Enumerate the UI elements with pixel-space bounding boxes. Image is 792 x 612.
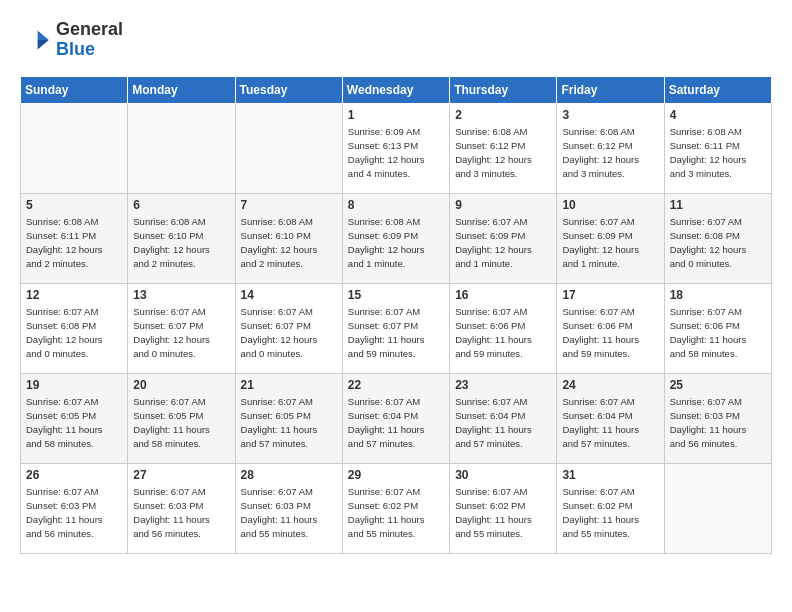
day-info: Sunrise: 6:08 AM Sunset: 6:10 PM Dayligh…: [241, 215, 337, 272]
day-number: 1: [348, 108, 444, 122]
day-number: 31: [562, 468, 658, 482]
day-info: Sunrise: 6:08 AM Sunset: 6:12 PM Dayligh…: [562, 125, 658, 182]
calendar-cell: 21Sunrise: 6:07 AM Sunset: 6:05 PM Dayli…: [235, 373, 342, 463]
day-number: 9: [455, 198, 551, 212]
day-info: Sunrise: 6:08 AM Sunset: 6:12 PM Dayligh…: [455, 125, 551, 182]
weekday-tuesday: Tuesday: [235, 76, 342, 103]
day-info: Sunrise: 6:08 AM Sunset: 6:10 PM Dayligh…: [133, 215, 229, 272]
calendar-cell: [235, 103, 342, 193]
calendar-cell: [664, 463, 771, 553]
day-info: Sunrise: 6:07 AM Sunset: 6:07 PM Dayligh…: [133, 305, 229, 362]
day-info: Sunrise: 6:07 AM Sunset: 6:09 PM Dayligh…: [455, 215, 551, 272]
calendar-cell: 13Sunrise: 6:07 AM Sunset: 6:07 PM Dayli…: [128, 283, 235, 373]
calendar-cell: 27Sunrise: 6:07 AM Sunset: 6:03 PM Dayli…: [128, 463, 235, 553]
calendar-cell: 2Sunrise: 6:08 AM Sunset: 6:12 PM Daylig…: [450, 103, 557, 193]
day-info: Sunrise: 6:07 AM Sunset: 6:02 PM Dayligh…: [562, 485, 658, 542]
day-number: 19: [26, 378, 122, 392]
calendar-cell: [128, 103, 235, 193]
calendar-week-3: 12Sunrise: 6:07 AM Sunset: 6:08 PM Dayli…: [21, 283, 772, 373]
day-number: 26: [26, 468, 122, 482]
weekday-wednesday: Wednesday: [342, 76, 449, 103]
day-number: 2: [455, 108, 551, 122]
calendar-cell: 26Sunrise: 6:07 AM Sunset: 6:03 PM Dayli…: [21, 463, 128, 553]
day-number: 10: [562, 198, 658, 212]
day-info: Sunrise: 6:07 AM Sunset: 6:08 PM Dayligh…: [670, 215, 766, 272]
day-info: Sunrise: 6:07 AM Sunset: 6:05 PM Dayligh…: [241, 395, 337, 452]
calendar-header: SundayMondayTuesdayWednesdayThursdayFrid…: [21, 76, 772, 103]
day-number: 18: [670, 288, 766, 302]
day-number: 14: [241, 288, 337, 302]
day-info: Sunrise: 6:07 AM Sunset: 6:05 PM Dayligh…: [133, 395, 229, 452]
calendar-cell: 10Sunrise: 6:07 AM Sunset: 6:09 PM Dayli…: [557, 193, 664, 283]
calendar-cell: 22Sunrise: 6:07 AM Sunset: 6:04 PM Dayli…: [342, 373, 449, 463]
calendar-cell: 12Sunrise: 6:07 AM Sunset: 6:08 PM Dayli…: [21, 283, 128, 373]
calendar-table: SundayMondayTuesdayWednesdayThursdayFrid…: [20, 76, 772, 554]
day-number: 29: [348, 468, 444, 482]
weekday-thursday: Thursday: [450, 76, 557, 103]
calendar-cell: 20Sunrise: 6:07 AM Sunset: 6:05 PM Dayli…: [128, 373, 235, 463]
day-number: 25: [670, 378, 766, 392]
calendar-cell: 3Sunrise: 6:08 AM Sunset: 6:12 PM Daylig…: [557, 103, 664, 193]
day-number: 6: [133, 198, 229, 212]
day-info: Sunrise: 6:09 AM Sunset: 6:13 PM Dayligh…: [348, 125, 444, 182]
day-number: 23: [455, 378, 551, 392]
calendar-cell: [21, 103, 128, 193]
calendar-week-2: 5Sunrise: 6:08 AM Sunset: 6:11 PM Daylig…: [21, 193, 772, 283]
calendar-week-5: 26Sunrise: 6:07 AM Sunset: 6:03 PM Dayli…: [21, 463, 772, 553]
calendar-cell: 14Sunrise: 6:07 AM Sunset: 6:07 PM Dayli…: [235, 283, 342, 373]
day-info: Sunrise: 6:07 AM Sunset: 6:02 PM Dayligh…: [348, 485, 444, 542]
day-info: Sunrise: 6:07 AM Sunset: 6:06 PM Dayligh…: [455, 305, 551, 362]
logo: General Blue: [20, 20, 123, 60]
calendar-cell: 8Sunrise: 6:08 AM Sunset: 6:09 PM Daylig…: [342, 193, 449, 283]
calendar-cell: 11Sunrise: 6:07 AM Sunset: 6:08 PM Dayli…: [664, 193, 771, 283]
page-header: General Blue: [20, 20, 772, 60]
day-number: 30: [455, 468, 551, 482]
logo-text: General Blue: [56, 20, 123, 60]
calendar-cell: 19Sunrise: 6:07 AM Sunset: 6:05 PM Dayli…: [21, 373, 128, 463]
day-info: Sunrise: 6:08 AM Sunset: 6:11 PM Dayligh…: [670, 125, 766, 182]
calendar-week-4: 19Sunrise: 6:07 AM Sunset: 6:05 PM Dayli…: [21, 373, 772, 463]
day-number: 12: [26, 288, 122, 302]
calendar-cell: 25Sunrise: 6:07 AM Sunset: 6:03 PM Dayli…: [664, 373, 771, 463]
day-info: Sunrise: 6:07 AM Sunset: 6:04 PM Dayligh…: [455, 395, 551, 452]
day-number: 4: [670, 108, 766, 122]
day-number: 15: [348, 288, 444, 302]
calendar-cell: 5Sunrise: 6:08 AM Sunset: 6:11 PM Daylig…: [21, 193, 128, 283]
calendar-cell: 7Sunrise: 6:08 AM Sunset: 6:10 PM Daylig…: [235, 193, 342, 283]
calendar-cell: 16Sunrise: 6:07 AM Sunset: 6:06 PM Dayli…: [450, 283, 557, 373]
day-number: 13: [133, 288, 229, 302]
weekday-header-row: SundayMondayTuesdayWednesdayThursdayFrid…: [21, 76, 772, 103]
calendar-cell: 29Sunrise: 6:07 AM Sunset: 6:02 PM Dayli…: [342, 463, 449, 553]
calendar-cell: 18Sunrise: 6:07 AM Sunset: 6:06 PM Dayli…: [664, 283, 771, 373]
day-number: 20: [133, 378, 229, 392]
calendar-cell: 17Sunrise: 6:07 AM Sunset: 6:06 PM Dayli…: [557, 283, 664, 373]
weekday-friday: Friday: [557, 76, 664, 103]
day-info: Sunrise: 6:07 AM Sunset: 6:09 PM Dayligh…: [562, 215, 658, 272]
day-number: 8: [348, 198, 444, 212]
day-number: 3: [562, 108, 658, 122]
day-info: Sunrise: 6:07 AM Sunset: 6:07 PM Dayligh…: [241, 305, 337, 362]
day-number: 11: [670, 198, 766, 212]
weekday-monday: Monday: [128, 76, 235, 103]
calendar-cell: 28Sunrise: 6:07 AM Sunset: 6:03 PM Dayli…: [235, 463, 342, 553]
day-info: Sunrise: 6:07 AM Sunset: 6:04 PM Dayligh…: [348, 395, 444, 452]
calendar-cell: 23Sunrise: 6:07 AM Sunset: 6:04 PM Dayli…: [450, 373, 557, 463]
calendar-cell: 30Sunrise: 6:07 AM Sunset: 6:02 PM Dayli…: [450, 463, 557, 553]
day-info: Sunrise: 6:07 AM Sunset: 6:06 PM Dayligh…: [670, 305, 766, 362]
weekday-saturday: Saturday: [664, 76, 771, 103]
day-number: 27: [133, 468, 229, 482]
day-number: 22: [348, 378, 444, 392]
day-info: Sunrise: 6:07 AM Sunset: 6:03 PM Dayligh…: [133, 485, 229, 542]
day-info: Sunrise: 6:07 AM Sunset: 6:03 PM Dayligh…: [26, 485, 122, 542]
calendar-cell: 1Sunrise: 6:09 AM Sunset: 6:13 PM Daylig…: [342, 103, 449, 193]
day-info: Sunrise: 6:07 AM Sunset: 6:02 PM Dayligh…: [455, 485, 551, 542]
calendar-cell: 4Sunrise: 6:08 AM Sunset: 6:11 PM Daylig…: [664, 103, 771, 193]
day-number: 21: [241, 378, 337, 392]
day-number: 24: [562, 378, 658, 392]
calendar-cell: 31Sunrise: 6:07 AM Sunset: 6:02 PM Dayli…: [557, 463, 664, 553]
day-info: Sunrise: 6:07 AM Sunset: 6:03 PM Dayligh…: [670, 395, 766, 452]
day-number: 28: [241, 468, 337, 482]
day-number: 7: [241, 198, 337, 212]
day-number: 17: [562, 288, 658, 302]
day-info: Sunrise: 6:07 AM Sunset: 6:07 PM Dayligh…: [348, 305, 444, 362]
